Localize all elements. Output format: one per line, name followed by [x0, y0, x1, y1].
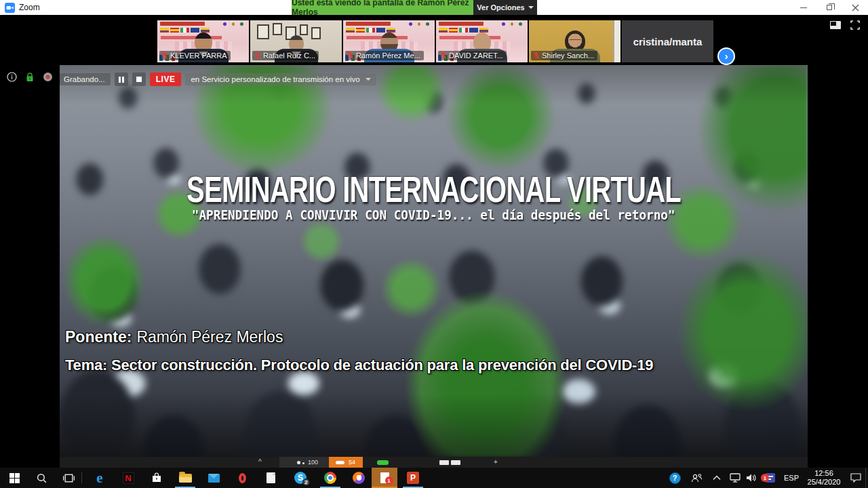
- participant-name-label: Shirley Sanch...: [531, 51, 597, 60]
- mail-icon: [208, 474, 220, 483]
- shield-browser-button[interactable]: [350, 468, 368, 488]
- people-tray-button[interactable]: [688, 468, 705, 488]
- participant-tile-shirley[interactable]: Shirley Sanch...: [529, 20, 620, 62]
- skype-button[interactable]: S 2: [292, 468, 309, 488]
- poster-flags: [346, 28, 395, 33]
- meeting-status-icons: [7, 72, 53, 82]
- slide-background-photo: Grabando... LIVE en Servicio personaliza…: [60, 65, 808, 457]
- poster-banner: [346, 22, 391, 26]
- show-desktop-button[interactable]: [865, 468, 868, 488]
- participant-tile-ramon[interactable]: Ramón Pérez Me...: [343, 20, 435, 62]
- volume-tray-button[interactable]: [743, 468, 760, 488]
- close-button[interactable]: [842, 0, 868, 15]
- presenter-count: 100: [308, 459, 318, 466]
- slide-title-row: SEMINARIO INTERNACIONAL VIRTUAL: [60, 168, 808, 210]
- app-name: Zoom: [19, 3, 40, 12]
- mail-button[interactable]: [205, 468, 222, 488]
- task-view-button[interactable]: [60, 468, 77, 488]
- store-button[interactable]: [148, 468, 165, 488]
- presenter-slide-number: 54: [349, 459, 355, 466]
- help-icon: ?: [669, 472, 681, 484]
- taskbar-separator: [81, 472, 82, 483]
- chrome-icon: [324, 472, 336, 484]
- shield-browser-icon: [353, 472, 365, 484]
- task-view-icon: [63, 473, 75, 483]
- language-code: ESP: [784, 474, 799, 482]
- participant-name-label: KLEVER PARRA: [159, 51, 231, 60]
- minimize-button[interactable]: [791, 0, 816, 15]
- notepad-button[interactable]: [262, 468, 279, 488]
- slide-title: SEMINARIO INTERNACIONAL VIRTUAL: [186, 168, 681, 210]
- zoom-titlebar: Zoom Usted está viendo la pantalla de Ra…: [0, 0, 868, 15]
- restore-icon: [827, 5, 832, 10]
- next-participants-button[interactable]: ›: [717, 47, 735, 65]
- chrome-button[interactable]: [321, 468, 339, 488]
- view-options-button[interactable]: Ver Opciones: [473, 0, 537, 15]
- netflix-button[interactable]: N: [119, 468, 137, 488]
- participant-tile-cristina[interactable]: cristina/manta: [622, 20, 713, 62]
- encryption-lock-icon[interactable]: [25, 72, 35, 82]
- display-tray-button[interactable]: [727, 468, 743, 488]
- tray-overflow-button[interactable]: [709, 468, 724, 488]
- participant-name: Rafael Ruiz C...: [263, 52, 315, 60]
- language-indicator[interactable]: ESP: [781, 468, 802, 488]
- opera-button[interactable]: [233, 468, 251, 488]
- mic-muted-icon: [533, 52, 540, 60]
- poster-banner: [160, 22, 205, 26]
- clock-date[interactable]: 12:56 25/4/2020: [803, 469, 845, 487]
- file-explorer-button[interactable]: [176, 468, 194, 488]
- edge-button[interactable]: e: [91, 468, 108, 488]
- start-button[interactable]: [5, 468, 23, 488]
- search-button[interactable]: [33, 468, 50, 488]
- opera-icon: [239, 473, 246, 483]
- skype-icon: S 2: [294, 472, 307, 484]
- chevron-right-icon: ›: [725, 51, 728, 61]
- slide-subtitle: "APRENDIENDO A CONVIVIR CON COVID-19... …: [192, 207, 675, 222]
- meeting-info-icon[interactable]: [7, 72, 17, 82]
- presenter-active-app: 54: [329, 457, 363, 468]
- participant-name: DAVID ZARET...: [449, 52, 503, 60]
- participant-name: Shirley Sanch...: [542, 52, 594, 60]
- participant-name-label: DAVID ZARET...: [438, 51, 507, 60]
- recording-controls-row: Grabando... LIVE en Servicio personaliza…: [60, 72, 376, 87]
- slide-subtitle-row: "APRENDIENDO A CONVIVIR CON COVID-19... …: [60, 207, 808, 222]
- notification-app-tray-button[interactable]: 1: [761, 468, 780, 488]
- powerpoint-icon: P: [407, 472, 419, 484]
- poster-crest: [500, 21, 524, 27]
- participant-name: cristina/manta: [622, 20, 713, 62]
- live-stream-dropdown[interactable]: en Servicio personalizado de transmisión…: [185, 73, 376, 85]
- participant-name-label: Rafael Ruiz C...: [252, 51, 319, 60]
- netflix-icon: N: [123, 472, 134, 484]
- notification-badge: 1: [761, 474, 769, 482]
- app-identity: Zoom: [5, 3, 40, 13]
- stop-icon: [136, 77, 142, 82]
- minimize-icon: [800, 7, 807, 8]
- presenter-dots: [297, 461, 300, 464]
- powerpoint-button[interactable]: P: [404, 468, 422, 488]
- participant-tile-klever[interactable]: KLEVER PARRA: [157, 20, 249, 62]
- get-help-button[interactable]: ?: [666, 468, 684, 488]
- active-document-app-button[interactable]: 1: [372, 468, 397, 488]
- poster-flags: [160, 28, 210, 33]
- wall-frame: [273, 23, 282, 35]
- participant-tile-rafael[interactable]: Rafael Ruiz C...: [250, 20, 342, 62]
- shared-screen: Grabando... LIVE en Servicio personaliza…: [60, 65, 808, 468]
- notification-app-icon: 1: [766, 473, 775, 483]
- fullscreen-icon[interactable]: [850, 20, 860, 30]
- participant-name: Ramón Pérez Me...: [356, 52, 420, 60]
- speaker-view-icon[interactable]: [830, 21, 841, 29]
- presenter-plus: +: [494, 458, 498, 466]
- pause-recording-button[interactable]: [115, 73, 128, 86]
- stop-recording-button[interactable]: [132, 73, 146, 86]
- recording-indicator-icon: [43, 72, 53, 82]
- volume-icon: [746, 473, 757, 483]
- participant-tile-david[interactable]: DAVID ZARET...: [436, 20, 528, 62]
- presenter-chevron: ^: [258, 458, 262, 466]
- notepad-icon: [267, 472, 275, 483]
- action-center-icon: [850, 473, 861, 483]
- action-center-button[interactable]: [848, 468, 864, 488]
- edge-icon: e: [96, 470, 102, 487]
- pause-icon: [119, 77, 121, 83]
- restore-button[interactable]: [816, 0, 842, 15]
- poster-crest: [407, 21, 431, 27]
